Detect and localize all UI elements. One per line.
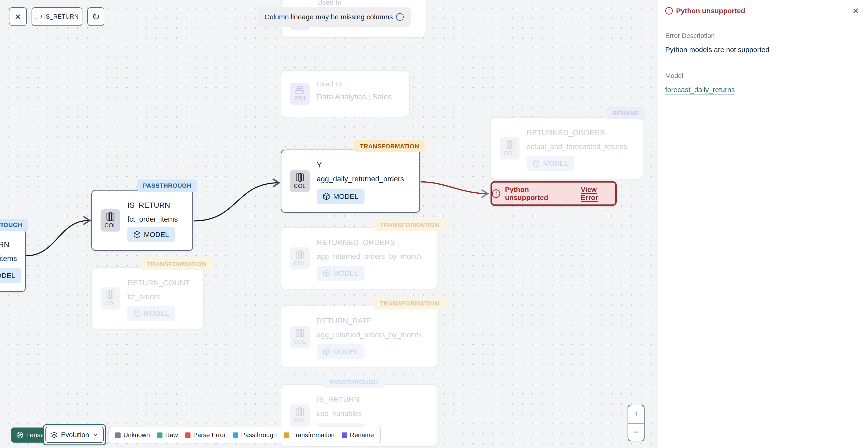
lenses-aperture-icon bbox=[16, 431, 23, 439]
column-icon bbox=[106, 290, 115, 299]
node-title: IS_RETURN bbox=[127, 201, 170, 210]
model-cube-icon bbox=[133, 309, 141, 317]
column-icon bbox=[296, 407, 304, 416]
legend-item-unknown: Unknown bbox=[115, 431, 150, 439]
transformation-badge: TRANSFORMATION bbox=[374, 297, 445, 309]
node-return-count[interactable]: COL RETURN_COUNT fct_orders MODEL bbox=[91, 267, 204, 330]
node-title: Y bbox=[317, 161, 322, 169]
panel-close-icon[interactable]: ✕ bbox=[852, 6, 859, 16]
edge-y-to-error bbox=[421, 182, 487, 193]
col-badge: COL bbox=[290, 326, 310, 348]
model-cube-icon bbox=[323, 348, 330, 356]
panel-body: Error Description Python models are not … bbox=[657, 22, 868, 103]
model-badge: MODEL bbox=[317, 266, 365, 281]
transformation-badge: TRANSFORMATION bbox=[374, 219, 445, 231]
node-name: Data Analytics | Sales bbox=[317, 92, 392, 101]
node-title: IS_RETURN bbox=[317, 395, 359, 404]
node-title: RETURN_COUNT bbox=[127, 278, 190, 287]
model-badge: MODEL bbox=[127, 227, 175, 242]
prj-badge: PRJ bbox=[290, 83, 310, 105]
model-badge: MODEL bbox=[527, 156, 575, 171]
column-icon bbox=[505, 140, 514, 149]
panel-header: ! Python unsupported ✕ bbox=[657, 0, 868, 22]
node-returned-orders[interactable]: COL RETURNED_ORDERS agg_returned_orders_… bbox=[281, 227, 437, 290]
passthrough-badge: PASSTHROUGH bbox=[0, 219, 28, 231]
warning-icon: ! bbox=[665, 7, 673, 14]
legend-swatch bbox=[157, 432, 162, 438]
column-icon bbox=[296, 250, 304, 259]
column-icon bbox=[296, 173, 304, 182]
col-badge: COL bbox=[290, 170, 310, 192]
node-return-rate[interactable]: COL RETURN_RATE agg_returned_orders_by_m… bbox=[281, 305, 437, 368]
model-badge: MODEL bbox=[317, 189, 365, 204]
node-is-return-left[interactable]: IS_RETURN fct_order_items MODEL bbox=[0, 229, 26, 292]
transformation-badge: TRANSFORMATION bbox=[354, 140, 425, 152]
col-badge: COL bbox=[100, 209, 120, 232]
lineage-notice: Column lineage may be missing columns i bbox=[257, 7, 411, 27]
model-link[interactable]: forecast_daily_returns bbox=[665, 86, 735, 94]
evolution-dropdown[interactable]: Evolution bbox=[45, 427, 103, 443]
panel-title: Python unsupported bbox=[676, 7, 745, 15]
passthrough-badge: PASSTHROUGH bbox=[324, 376, 383, 388]
lineage-canvas[interactable]: ✕ .. / IS_RETURN ↻ Column lineage may be… bbox=[0, 0, 657, 448]
node-y[interactable]: COL Y agg_daily_returned_orders MODEL bbox=[281, 150, 420, 213]
rename-badge: RENAME bbox=[607, 107, 645, 119]
notice-text: Column lineage may be missing columns bbox=[265, 13, 393, 21]
project-icon bbox=[295, 86, 305, 94]
model-cube-icon bbox=[323, 193, 330, 200]
view-error-link[interactable]: View Error bbox=[581, 186, 615, 202]
transformation-badge: TRANSFORMATION bbox=[141, 258, 212, 270]
layers-icon bbox=[51, 431, 58, 438]
legend-swatch bbox=[284, 432, 289, 438]
column-icon bbox=[106, 212, 115, 221]
legend-item-parse-error: Parse Error bbox=[185, 431, 226, 439]
node-returned-orders-renamed[interactable]: COL RETURNED_ORDERS actual_and_forecaste… bbox=[491, 117, 643, 179]
model-label: Model bbox=[665, 72, 860, 80]
node-title: IS_RETURN bbox=[0, 240, 9, 249]
node-subtitle: actual_and_forecasted_returns bbox=[527, 143, 627, 151]
legend-item-passthrough: Passthrough bbox=[233, 431, 277, 439]
passthrough-badge: PASSTHROUGH bbox=[137, 179, 197, 192]
node-title: RETURN_RATE bbox=[317, 317, 372, 325]
node-subtitle: agg_returned_orders_by_month bbox=[317, 331, 421, 339]
node-subtitle: fct_orders bbox=[127, 293, 160, 301]
model-badge: MODEL bbox=[127, 306, 175, 321]
node-is-return[interactable]: COL IS_RETURN fct_order_items MODEL bbox=[91, 190, 193, 251]
node-title: RETURNED_ORDERS bbox=[317, 238, 395, 247]
zoom-controls: + − bbox=[627, 405, 645, 441]
legend-swatch bbox=[115, 432, 121, 438]
lens-legend: Unknown Raw Parse Error Passthrough Tran… bbox=[108, 427, 380, 443]
edge-isreturn-to-y bbox=[193, 183, 278, 221]
error-node-python-unsupported[interactable]: ! Python unsupported View Error bbox=[491, 181, 617, 206]
column-icon bbox=[296, 329, 304, 337]
refresh-button[interactable]: ↻ bbox=[87, 7, 104, 26]
model-cube-icon bbox=[533, 159, 540, 167]
legend-item-raw: Raw bbox=[157, 431, 178, 439]
node-subtitle: fct_order_items bbox=[0, 255, 17, 263]
col-badge: COL bbox=[290, 405, 310, 426]
col-badge: COL bbox=[500, 137, 520, 159]
model-badge: MODEL bbox=[0, 268, 22, 283]
node-label: Used In bbox=[317, 0, 341, 6]
close-icon: ✕ bbox=[14, 12, 22, 22]
model-badge: MODEL bbox=[317, 345, 365, 359]
model-cube-icon bbox=[133, 231, 141, 238]
node-label: Used In bbox=[317, 80, 341, 88]
error-description-text: Python models are not supported bbox=[665, 46, 860, 54]
node-subtitle: agg_daily_returned_orders bbox=[317, 175, 404, 183]
node-used-in-sales[interactable]: PRJ Used In Data Analytics | Sales bbox=[281, 70, 410, 117]
error-description-label: Error Description bbox=[665, 32, 860, 39]
model-cube-icon bbox=[323, 269, 330, 277]
info-icon[interactable]: i bbox=[396, 13, 404, 21]
evolution-dropdown-ring: Evolution bbox=[43, 424, 106, 445]
legend-swatch bbox=[233, 432, 238, 438]
node-subtitle: agg_returned_orders_by_month bbox=[317, 252, 421, 261]
close-lineage-button[interactable]: ✕ bbox=[9, 7, 27, 26]
legend-swatch bbox=[342, 432, 347, 438]
legend-item-transformation: Transformation bbox=[284, 431, 335, 439]
zoom-out-button[interactable]: − bbox=[628, 423, 644, 441]
zoom-in-button[interactable]: + bbox=[628, 406, 644, 423]
col-badge: COL bbox=[100, 287, 120, 309]
breadcrumb[interactable]: .. / IS_RETURN bbox=[32, 7, 83, 26]
error-detail-panel: ! Python unsupported ✕ Error Description… bbox=[657, 0, 868, 448]
